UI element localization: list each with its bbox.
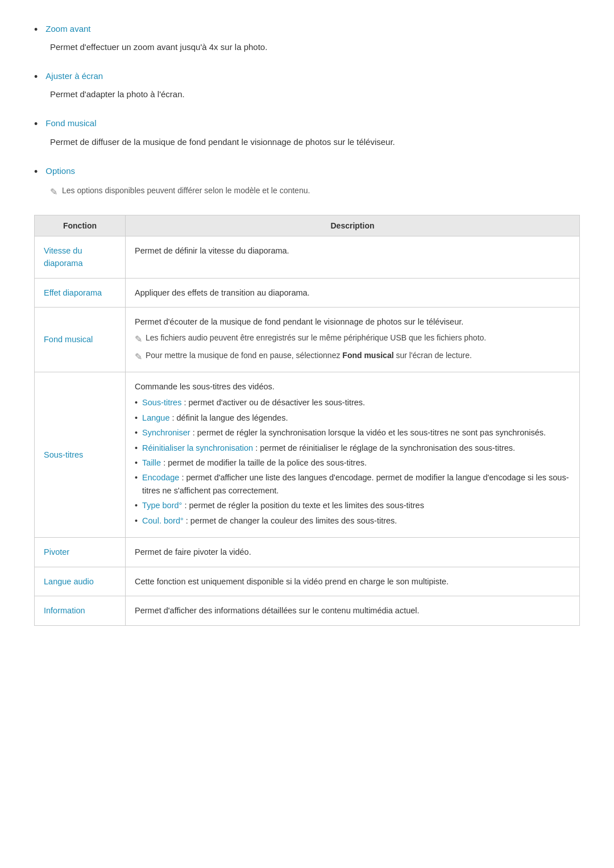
table-row-fond-musical: Fond musical Permet d'écouter de la musi…	[35, 308, 580, 372]
subbullet-label-synchroniser: Synchroniser	[142, 428, 190, 437]
desc-information: Permet d'afficher des informations détai…	[126, 596, 580, 625]
subbullet-langue: Langue : définit la langue des légendes.	[135, 412, 570, 424]
desc-effet: Appliquer des effets de transition au di…	[126, 278, 580, 307]
sous-titres-main-desc: Commande les sous-titres des vidéos.	[135, 380, 570, 393]
pencil-icon-options: ✎	[50, 185, 57, 199]
desc-vitesse: Permet de définir la vitesse du diaporam…	[126, 236, 580, 278]
func-pivoter[interactable]: Pivoter	[35, 538, 126, 567]
subbullet-type-bord: Type bord° : permet de régler la positio…	[135, 499, 570, 512]
fond-musical-desc: Permet de diffuser de la musique de fond…	[50, 135, 580, 149]
options-note-text: Les options disponibles peuvent différer…	[62, 185, 310, 197]
table-row-sous-titres: Sous-titres Commande les sous-titres des…	[35, 372, 580, 538]
bullet-dot-options: •	[34, 165, 38, 179]
subbullet-label-encodage: Encodage	[142, 473, 179, 482]
desc-sous-titres: Commande les sous-titres des vidéos. Sou…	[126, 372, 580, 538]
bullet-list: • Zoom avant Permet d'effectuer un zoom …	[34, 23, 580, 199]
pencil-icon-fond-1: ✎	[135, 333, 142, 346]
func-sous-titres[interactable]: Sous-titres	[35, 372, 126, 538]
bullet-ajuster-ecran: • Ajuster à écran Permet d'adapter la ph…	[34, 70, 580, 101]
bullet-dot-ajuster: •	[34, 70, 38, 84]
table-row-vitesse: Vitesse du diaporama Permet de définir l…	[35, 236, 580, 278]
subbullet-encodage: Encodage : permet d'afficher une liste d…	[135, 471, 570, 497]
ajuster-ecran-title[interactable]: Ajuster à écran	[45, 70, 103, 82]
bullet-zoom-avant: • Zoom avant Permet d'effectuer un zoom …	[34, 23, 580, 54]
func-information[interactable]: Information	[35, 596, 126, 625]
bullet-dot-fond: •	[34, 117, 38, 131]
table-row-langue-audio: Langue audio Cette fonction est uniqueme…	[35, 567, 580, 596]
options-title[interactable]: Options	[45, 165, 75, 177]
func-langue-audio[interactable]: Langue audio	[35, 567, 126, 596]
subbullet-label-langue: Langue	[142, 413, 169, 422]
subbullet-label-taille: Taille	[142, 458, 161, 467]
fond-musical-main-desc: Permet d'écouter de la musique de fond p…	[135, 315, 570, 328]
sous-titres-subbullet-list: Sous-titres : permet d'activer ou de dés…	[135, 396, 570, 527]
pencil-icon-fond-2: ✎	[135, 350, 142, 364]
desc-fond-musical: Permet d'écouter de la musique de fond p…	[126, 308, 580, 372]
desc-langue-audio: Cette fonction est uniquement disponible…	[126, 567, 580, 596]
table-row-pivoter: Pivoter Permet de faire pivoter la vidéo…	[35, 538, 580, 567]
zoom-avant-desc: Permet d'effectuer un zoom avant jusqu'à…	[50, 40, 580, 54]
subbullet-synchroniser: Synchroniser : permet de régler la synch…	[135, 426, 570, 439]
fond-musical-title[interactable]: Fond musical	[45, 117, 96, 129]
subbullet-label-sous-titres: Sous-titres	[142, 398, 181, 407]
func-effet[interactable]: Effet diaporama	[35, 278, 126, 307]
subbullet-coul-bord: Coul. bord° : permet de changer la coule…	[135, 514, 570, 527]
subbullet-sous-titres: Sous-titres : permet d'activer ou de dés…	[135, 396, 570, 409]
zoom-avant-title[interactable]: Zoom avant	[45, 23, 90, 35]
options-note: ✎ Les options disponibles peuvent différ…	[50, 185, 580, 199]
fond-musical-note-2: ✎ Pour mettre la musique de fond en paus…	[135, 350, 570, 364]
subbullet-label-reinitialiser: Réinitialiser la synchronisation	[142, 443, 253, 452]
bullet-fond-musical: • Fond musical Permet de diffuser de la …	[34, 117, 580, 148]
subbullet-label-coul-bord: Coul. bord°	[142, 516, 184, 525]
table-row-information: Information Permet d'afficher des inform…	[35, 596, 580, 625]
table-row-effet: Effet diaporama Appliquer des effets de …	[35, 278, 580, 307]
fond-musical-note-1: ✎ Les fichiers audio peuvent être enregi…	[135, 332, 570, 346]
desc-pivoter: Permet de faire pivoter la vidéo.	[126, 538, 580, 567]
bullet-dot-zoom: •	[34, 23, 38, 37]
bullet-options: • Options ✎ Les options disponibles peuv…	[34, 165, 580, 199]
func-fond-musical[interactable]: Fond musical	[35, 308, 126, 372]
ajuster-ecran-desc: Permet d'adapter la photo à l'écran.	[50, 88, 580, 101]
subbullet-label-type-bord: Type bord°	[142, 501, 182, 510]
header-fonction: Fonction	[35, 215, 126, 236]
fond-musical-note-text-1: Les fichiers audio peuvent être enregist…	[146, 332, 570, 344]
fond-musical-bold-link: Fond musical	[342, 351, 393, 360]
subbullet-reinitialiser: Réinitialiser la synchronisation : perme…	[135, 442, 570, 454]
table-header-row: Fonction Description	[35, 215, 580, 236]
header-description: Description	[126, 215, 580, 236]
subbullet-taille: Taille : permet de modifier la taille de…	[135, 456, 570, 469]
fond-musical-note-text-2: Pour mettre la musique de fond en pause,…	[146, 350, 570, 362]
options-table: Fonction Description Vitesse du diaporam…	[34, 215, 580, 626]
func-vitesse[interactable]: Vitesse du diaporama	[35, 236, 126, 278]
